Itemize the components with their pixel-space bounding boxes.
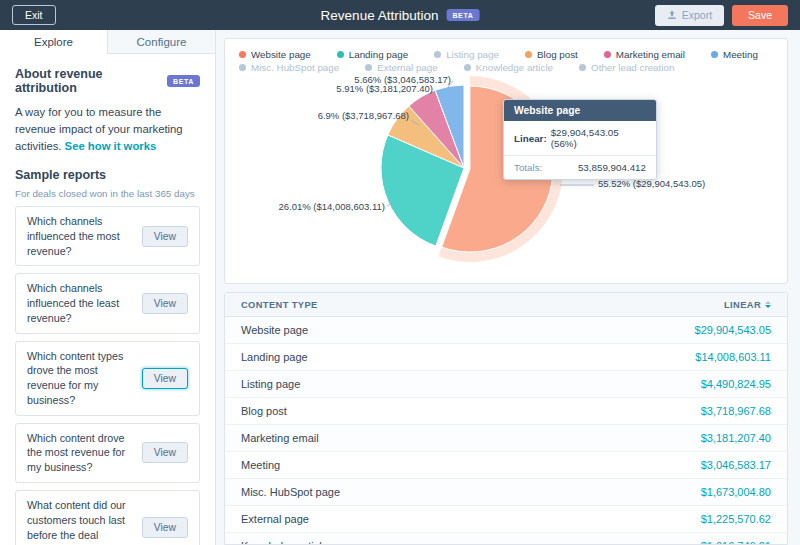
about-description: A way for you to measure the revenue imp… [15,104,200,155]
content-type-cell: Knowledge article [241,540,328,545]
legend-dot-icon [604,51,611,58]
save-button[interactable]: Save [732,5,788,26]
report-card: Which content types drove the most reven… [15,341,200,416]
exit-button[interactable]: Exit [12,5,56,25]
table-row-website-page: Website page$29,904,543.05 [225,317,787,344]
legend-dot-icon [434,51,441,58]
report-question: What content did our customers touch las… [27,498,134,545]
table-row-external-page: External page$1,225,570.62 [225,506,787,533]
reports-subtitle: For deals closed won in the last 365 day… [15,188,200,199]
legend-item-listing-page[interactable]: Listing page [434,49,499,60]
table-row-blog-post: Blog post$3,718,967.68 [225,398,787,425]
content-type-cell: Landing page [241,351,308,363]
linear-value-link[interactable]: $14,008,603.11 [695,351,771,363]
column-header-linear[interactable]: LINEAR [724,300,771,310]
linear-value-link[interactable]: $1,673,004.80 [701,486,771,498]
legend-label: Website page [251,49,311,60]
content-type-cell: Misc. HubSpot page [241,486,340,498]
tooltip-metric-value: $29,904,543.05 (56%) [551,127,646,149]
tab-configure[interactable]: Configure [107,30,215,54]
report-card: Which channels influenced the least reve… [15,273,200,333]
content-type-cell: Listing page [241,378,300,390]
tooltip-totals-value: 53,859,904.412 [578,162,646,173]
view-button[interactable]: View [142,368,188,389]
legend-label: Listing page [446,49,499,60]
legend-label: Marketing email [616,49,685,60]
view-button[interactable]: View [142,226,188,247]
topbar-center: Revenue Attribution BETA [321,8,480,23]
table-row-misc-hubspot-page: Misc. HubSpot page$1,673,004.80 [225,479,787,506]
legend-item-knowledge-article[interactable]: Knowledge article [464,62,553,73]
linear-value-link[interactable]: $3,718,967.68 [701,405,771,417]
export-icon [667,10,677,20]
attribution-table-card: CONTENT TYPE LINEAR Website page$29,904,… [224,292,788,545]
legend-label: Other lead creation [591,62,674,73]
about-heading-row: About revenue attribution BETA [15,67,200,95]
pie-label: 6.9% ($3,718,967.68) [318,110,409,121]
legend-dot-icon [365,64,372,71]
tooltip-title: Website page [504,100,656,121]
report-card: Which content drove the most revenue for… [15,423,200,483]
sort-icon [765,301,771,308]
tab-explore[interactable]: Explore [0,30,107,54]
legend-row: Website pageLanding pageListing pageBlog… [239,49,775,60]
legend-item-external-page[interactable]: External page [365,62,437,73]
app-root: Exit Revenue Attribution BETA Export Sav… [0,0,800,545]
legend-dot-icon [711,51,718,58]
content-type-cell: Blog post [241,405,287,417]
linear-value-link[interactable]: $29,904,543.05 [695,324,771,336]
export-button[interactable]: Export [655,5,724,26]
report-card: Which channels influenced the most reven… [15,206,200,266]
linear-value-link[interactable]: $3,181,207.40 [701,432,771,444]
legend-dot-icon [239,51,246,58]
top-bar: Exit Revenue Attribution BETA Export Sav… [0,0,800,30]
legend-label: Knowledge article [476,62,553,73]
legend-dot-icon [337,51,344,58]
tooltip-metric-row: Linear: $29,904,543.05 (56%) [504,121,656,155]
table-row-knowledge-article: Knowledge article$1,016,746.21 [225,533,787,545]
sidebar-tabs: Explore Configure [0,30,215,54]
view-button[interactable]: View [142,293,188,314]
legend-dot-icon [239,64,246,71]
linear-value-link[interactable]: $1,016,746.21 [701,540,771,545]
tooltip-totals-row: Totals: 53,859,904.412 [504,155,656,179]
legend-item-blog-post[interactable]: Blog post [525,49,578,60]
page-title: Revenue Attribution [321,8,439,23]
legend-item-other-lead-creation[interactable]: Other lead creation [579,62,674,73]
chart-legend: Website pageLanding pageListing pageBlog… [237,49,775,73]
legend-item-meeting[interactable]: Meeting [711,49,758,60]
report-question: Which channels influenced the least reve… [27,281,134,325]
linear-value-link[interactable]: $1,225,570.62 [701,513,771,525]
tooltip-metric-label: Linear: [514,133,547,144]
legend-item-website-page[interactable]: Website page [239,49,311,60]
legend-dot-icon [579,64,586,71]
linear-value-link[interactable]: $4,490,824.95 [701,378,771,390]
legend-dot-icon [525,51,532,58]
content-type-cell: Marketing email [241,432,319,444]
legend-item-landing-page[interactable]: Landing page [337,49,408,60]
legend-item-marketing-email[interactable]: Marketing email [604,49,685,60]
report-card: What content did our customers touch las… [15,490,200,545]
report-list: Which channels influenced the most reven… [15,206,200,545]
main-area: Website pageLanding pageListing pageBlog… [216,30,800,545]
report-question: Which content drove the most revenue for… [27,431,134,475]
table-body: Website page$29,904,543.05Landing page$1… [225,317,787,545]
column-header-content-type[interactable]: CONTENT TYPE [241,300,318,310]
about-heading: About revenue attribution [15,67,159,95]
see-how-it-works-link[interactable]: See how it works [65,140,157,152]
legend-label: External page [377,62,437,73]
linear-value-link[interactable]: $3,046,583.17 [701,459,771,471]
legend-item-misc-hubspot-page[interactable]: Misc. HubSpot page [239,62,339,73]
legend-label: Blog post [537,49,578,60]
content-area: Explore Configure About revenue attribut… [0,30,800,545]
sidebar-body: About revenue attribution BETA A way for… [0,54,215,545]
topbar-actions: Export Save [655,5,788,26]
view-button[interactable]: View [142,442,188,463]
view-button[interactable]: View [142,517,188,538]
linear-header-label: LINEAR [724,300,761,310]
chart-card: Website pageLanding pageListing pageBlog… [224,38,788,284]
export-label: Export [682,9,712,21]
legend-label: Misc. HubSpot page [251,62,339,73]
content-type-cell: External page [241,513,309,525]
header-beta-badge: BETA [446,9,479,21]
